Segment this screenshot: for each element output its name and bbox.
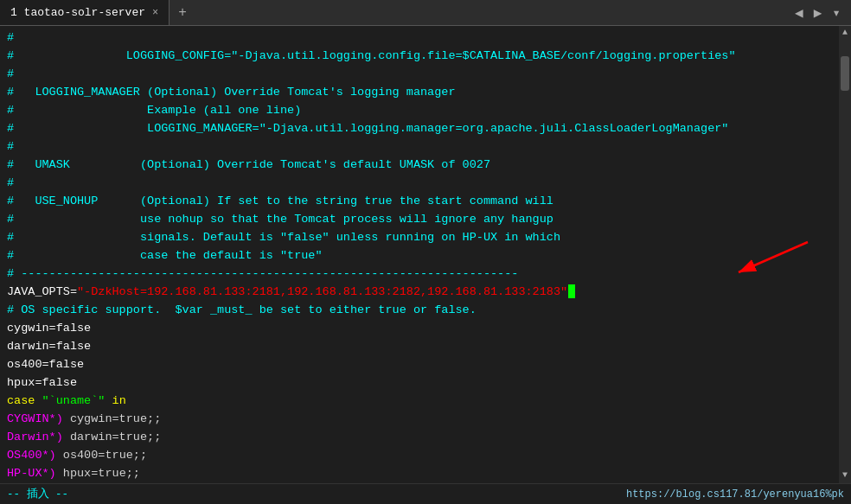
code-line: # case the default is "true" — [7, 247, 834, 265]
nav-next-button[interactable]: ▶ — [810, 3, 826, 23]
code-line: # UMASK (Optional) Override Tomcat's def… — [7, 156, 834, 175]
code-line: # LOGGING_MANAGER="-Djava.util.logging.m… — [7, 120, 834, 138]
code-line: HP-UX*) hpux=true;; — [7, 465, 834, 483]
new-tab-button[interactable]: + — [170, 0, 195, 25]
code-line: hpux=false — [7, 374, 834, 392]
code-line: CYGWIN*) cygwin=true;; — [7, 411, 834, 429]
code-line: # LOGGING_MANAGER (Optional) Override To… — [7, 84, 834, 102]
code-line: # — [7, 138, 834, 156]
code-line: # USE_NOHUP (Optional) If set to the str… — [7, 193, 834, 211]
code-line: cygwin=false — [7, 320, 834, 338]
scroll-up-button[interactable]: ▲ — [841, 26, 849, 39]
code-line: # — [7, 29, 834, 48]
statusbar: -- 插入 -- https://blog.cs117.81/yerenyua1… — [0, 483, 851, 504]
editor-container: # # LOGGING_CONFIG="-Djava.util.logging.… — [0, 26, 851, 483]
code-line: # OS specific support. $var _must_ be se… — [7, 302, 834, 320]
tab-close-button[interactable]: × — [152, 7, 158, 19]
code-area[interactable]: # # LOGGING_CONFIG="-Djava.util.logging.… — [0, 26, 851, 483]
code-line: Darwin*) darwin=true;; — [7, 429, 834, 447]
code-line: # --------------------------------------… — [7, 265, 834, 284]
tab-active[interactable]: 1 taotao-solr-server × — [0, 0, 170, 25]
statusbar-url: https://blog.cs117.81/yerenyua16%pk — [626, 488, 844, 501]
nav-menu-button[interactable]: ▾ — [829, 3, 844, 23]
scrollbar[interactable]: ▲ ▼ — [839, 26, 851, 483]
code-line: # LOGGING_CONFIG="-Djava.util.logging.co… — [7, 48, 834, 66]
code-line: # — [7, 175, 834, 193]
code-line: darwin=false — [7, 338, 834, 356]
code-line: OS400*) os400=true;; — [7, 447, 834, 465]
code-line: os400=false — [7, 356, 834, 374]
nav-prev-button[interactable]: ◀ — [791, 3, 807, 23]
code-line: # use nohup so that the Tomcat process w… — [7, 211, 834, 229]
code-line: # signals. Default is "false" unless run… — [7, 229, 834, 247]
code-line: # — [7, 66, 834, 84]
titlebar-controls: ◀ ▶ ▾ — [791, 3, 851, 23]
titlebar: 1 taotao-solr-server × + ◀ ▶ ▾ — [0, 0, 851, 26]
titlebar-left: 1 taotao-solr-server × + — [0, 0, 195, 25]
java-opts-line: JAVA_OPTS="-DzkHost=192.168.81.133:2181,… — [7, 284, 834, 302]
scrollbar-thumb[interactable] — [841, 56, 849, 91]
tab-label: 1 taotao-solr-server — [10, 6, 145, 19]
vim-mode-indicator: -- 插入 -- — [7, 487, 68, 501]
code-line: # Example (all one line) — [7, 102, 834, 120]
code-line: case "`uname`" in — [7, 392, 834, 411]
scroll-down-button[interactable]: ▼ — [841, 469, 849, 482]
